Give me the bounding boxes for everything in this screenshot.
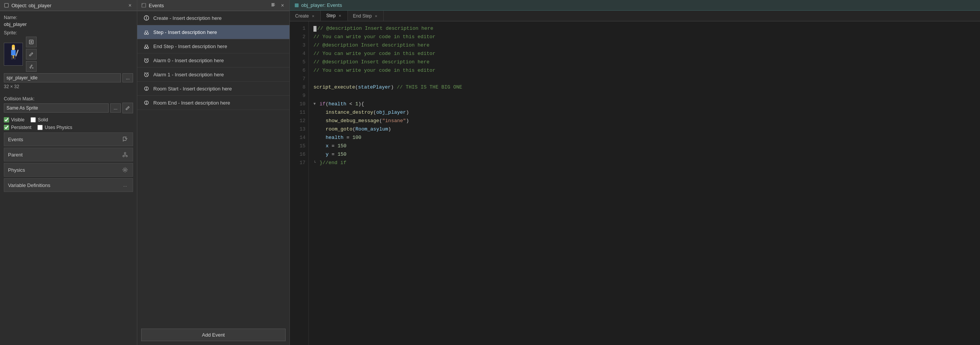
- cursor: [313, 26, 316, 32]
- tab-create[interactable]: Create ×: [290, 11, 321, 21]
- pixel-legs-right: [14, 56, 16, 60]
- tab-step[interactable]: Step ×: [321, 11, 347, 21]
- code-line: script_execute(statePlayer) // THIS IS T…: [313, 83, 975, 92]
- collision-input[interactable]: [4, 103, 109, 113]
- tab-close-2[interactable]: ×: [374, 14, 378, 18]
- events-panel-close[interactable]: ×: [280, 2, 286, 8]
- persistent-check[interactable]: Persistent: [4, 125, 31, 130]
- event-item[interactable]: Room Start - Insert description here: [137, 82, 289, 96]
- line-number: 12: [294, 117, 305, 125]
- pixel-body: [11, 50, 16, 55]
- collision-edit-button[interactable]: [122, 103, 133, 113]
- sprite-dots-button[interactable]: ...: [122, 73, 133, 82]
- events-panel-titlebar: Events ×: [137, 0, 289, 11]
- code-editor-titlebar: obj_player: Events: [290, 0, 980, 11]
- code-line: // @description Insert description here: [313, 41, 975, 50]
- event-item[interactable]: Create - Insert description here: [137, 11, 289, 25]
- mask-edit-icon: [125, 105, 130, 111]
- token-var: obj_player: [376, 108, 406, 117]
- svg-point-4: [124, 152, 126, 154]
- line-number: 1: [294, 24, 305, 33]
- edit-icon: [29, 52, 34, 57]
- collision-dots-button[interactable]: ...: [110, 103, 121, 113]
- paint-icon: [29, 64, 34, 69]
- parent-button[interactable]: Parent: [4, 148, 133, 161]
- event-item[interactable]: Room End - Insert description here: [137, 96, 289, 110]
- token-comment: // @description Insert description here: [313, 41, 429, 50]
- line-number: 14: [294, 134, 305, 142]
- solid-check[interactable]: Solid: [31, 117, 48, 123]
- visible-checkbox[interactable]: [4, 117, 9, 123]
- sprite-name-input[interactable]: [4, 73, 121, 82]
- object-panel-close[interactable]: ×: [127, 2, 133, 8]
- event-item[interactable]: Step - Insert description here: [137, 25, 289, 39]
- parent-icon: [121, 151, 129, 158]
- tab-close-1[interactable]: ×: [338, 13, 342, 18]
- variable-definitions-icon: ...: [121, 181, 129, 189]
- code-line: y = 150: [313, 150, 975, 159]
- line-number: 3: [294, 41, 305, 50]
- physics-icon: [121, 166, 129, 174]
- token-number: 150: [337, 150, 346, 159]
- add-event-button[interactable]: Add Event: [141, 329, 286, 341]
- persistent-checkbox[interactable]: [4, 125, 9, 130]
- collapse-arrow[interactable]: ▼: [313, 100, 318, 108]
- event-item[interactable]: Alarm 1 - Insert description here: [137, 68, 289, 82]
- event-item[interactable]: Alarm 0 - Insert description here: [137, 53, 289, 68]
- tab-label: Step: [326, 13, 336, 18]
- svg-point-14: [145, 47, 146, 49]
- alarm0-icon: [143, 56, 150, 64]
- token-comment: // You can write your code in this edito…: [313, 66, 435, 75]
- token-default: (: [326, 100, 329, 108]
- uses-physics-check[interactable]: Uses Physics: [37, 125, 72, 130]
- sprite-edit-button[interactable]: [26, 49, 37, 60]
- token-function: room_goto: [326, 125, 352, 134]
- tab-end-step[interactable]: End Step ×: [348, 11, 384, 21]
- sprite-edit2-button[interactable]: [26, 61, 37, 72]
- code-line: show_debug_message("insane"): [313, 117, 975, 125]
- uses-physics-checkbox[interactable]: [37, 125, 43, 130]
- token-default: =: [344, 134, 352, 142]
- variable-definitions-button[interactable]: Variable Definitions ...: [4, 178, 133, 192]
- code-line: [313, 75, 975, 83]
- token-default: <: [346, 100, 355, 108]
- end-step-icon: [143, 42, 150, 50]
- physics-button[interactable]: Physics: [4, 163, 133, 177]
- sprite-label: Sprite:: [4, 30, 133, 35]
- code-area[interactable]: 1234567891011121314151617 // @descriptio…: [290, 21, 980, 345]
- token-var: statePlayer: [358, 83, 391, 92]
- code-content[interactable]: // @description Insert description here/…: [309, 21, 980, 345]
- flag-icon: [122, 136, 128, 142]
- visible-check[interactable]: Visible: [4, 117, 24, 123]
- token-comment: // @description Insert description here: [317, 24, 433, 33]
- event-item-label: End Step - Insert description here: [153, 44, 227, 49]
- pixel-legs-left: [11, 56, 13, 60]
- line-number: 11: [294, 108, 305, 117]
- event-item[interactable]: End Step - Insert description here: [137, 39, 289, 53]
- line-number: 10: [294, 100, 305, 108]
- token-comment: }//end if: [320, 159, 346, 167]
- code-tabs: Create × Step × End Step ×: [290, 11, 980, 21]
- object-panel-title-left: Object: obj_player: [4, 3, 51, 8]
- line-number: 9: [294, 92, 305, 100]
- svg-point-12: [145, 33, 146, 35]
- code-line: x = 150: [313, 142, 975, 150]
- sprite-preview-row: [4, 37, 133, 72]
- room-end-icon: [143, 99, 150, 106]
- token-default: ): [391, 83, 397, 92]
- sprite-add-button[interactable]: [26, 37, 37, 47]
- object-panel-titlebar: Object: obj_player ×: [0, 0, 137, 11]
- code-editor-title: obj_player: Events: [301, 2, 342, 8]
- solid-checkbox[interactable]: [31, 117, 36, 123]
- tab-close-0[interactable]: ×: [311, 14, 315, 18]
- events-button-label: Events: [8, 137, 23, 142]
- line-number: 17: [294, 159, 305, 167]
- line-number: 15: [294, 142, 305, 150]
- code-line: room_goto(Room_asylum): [313, 125, 975, 134]
- line-number: 7: [294, 75, 305, 83]
- event-item-label: Alarm 0 - Insert description here: [153, 58, 224, 63]
- tab-label: Create: [295, 13, 309, 19]
- sprite-pixel-art: [10, 47, 17, 62]
- svg-point-13: [147, 33, 149, 35]
- events-button[interactable]: Events: [4, 132, 133, 146]
